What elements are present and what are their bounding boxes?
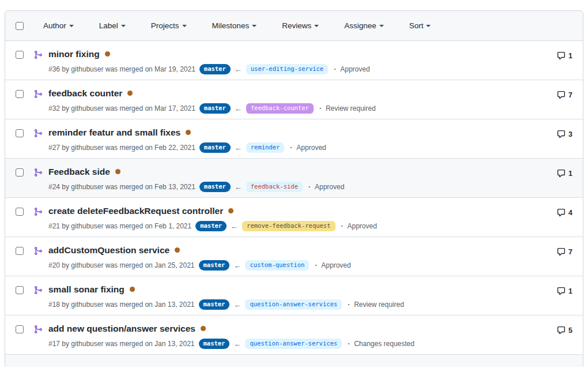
pr-row[interactable]: reminder featur and small fixes #27 by g… bbox=[5, 119, 583, 159]
git-merge-icon bbox=[33, 207, 43, 216]
comment-count[interactable]: 1 bbox=[557, 169, 572, 178]
pr-meta: #32 by githubuser was merged on Mar 17, … bbox=[48, 104, 195, 112]
pr-meta-line: #17 by githubuser was merged on Jan 13, … bbox=[48, 339, 414, 349]
pr-row[interactable]: add new question/answer services #17 by … bbox=[5, 316, 583, 355]
head-branch-badge[interactable]: custom-question bbox=[245, 260, 309, 271]
base-branch-badge[interactable]: master bbox=[199, 103, 231, 114]
git-merge-icon bbox=[33, 129, 43, 138]
label-dot[interactable] bbox=[201, 326, 206, 331]
head-branch-badge[interactable]: remove-feedback-request bbox=[242, 221, 335, 231]
pr-row[interactable]: small sonar fixing #18 by githubuser was… bbox=[5, 276, 583, 316]
head-branch-badge[interactable]: feedback-side bbox=[246, 182, 303, 192]
pr-row[interactable]: minor fixing #36 by githubuser was merge… bbox=[5, 41, 583, 80]
pr-title[interactable]: addCustomQuestion service bbox=[48, 245, 169, 256]
filter-projects-label: Projects bbox=[151, 21, 179, 30]
status-separator: · bbox=[348, 301, 350, 309]
label-dot[interactable] bbox=[130, 287, 135, 292]
status-separator: · bbox=[308, 183, 311, 191]
filter-author[interactable]: Author bbox=[43, 21, 74, 30]
filter-sort[interactable]: Sort bbox=[409, 21, 431, 30]
git-merge-icon bbox=[33, 286, 43, 295]
filter-milestones[interactable]: Milestones bbox=[212, 21, 257, 30]
review-status: Approved bbox=[296, 144, 326, 152]
base-branch-badge[interactable]: master bbox=[199, 339, 230, 349]
head-branch-badge[interactable]: user-editing-service bbox=[246, 64, 328, 74]
pr-meta-line: #27 by githubuser was merged on Feb 22, … bbox=[48, 142, 326, 153]
pr-meta-line: #18 by githubuser was merged on Jan 13, … bbox=[48, 299, 404, 310]
filter-assignee[interactable]: Assignee bbox=[344, 21, 384, 30]
pull-request-list: Author Label Projects Milestones Reviews… bbox=[5, 10, 583, 367]
filter-projects[interactable]: Projects bbox=[151, 21, 187, 30]
merge-arrow-icon: ← bbox=[235, 183, 242, 191]
pr-row[interactable]: Feedback side #24 by githubuser was merg… bbox=[5, 159, 583, 198]
pr-row[interactable]: create deleteFeedbackRequest controller … bbox=[5, 198, 583, 237]
pr-title[interactable]: create deleteFeedbackRequest controller bbox=[48, 205, 223, 216]
comment-count[interactable]: 3 bbox=[557, 130, 572, 138]
chevron-down-icon bbox=[69, 25, 74, 27]
comment-count[interactable]: 7 bbox=[557, 91, 572, 99]
filter-reviews[interactable]: Reviews bbox=[282, 21, 319, 30]
label-dot[interactable] bbox=[127, 91, 133, 96]
row-checkbox[interactable] bbox=[16, 286, 24, 294]
git-merge-icon bbox=[33, 50, 43, 59]
filter-sort-label: Sort bbox=[409, 21, 424, 30]
filter-label[interactable]: Label bbox=[99, 21, 126, 30]
base-branch-badge[interactable]: master bbox=[195, 221, 227, 231]
filter-label-label: Label bbox=[99, 21, 118, 30]
base-branch-badge[interactable]: master bbox=[199, 142, 231, 153]
comment-count-value: 1 bbox=[568, 287, 572, 295]
base-branch-badge[interactable]: master bbox=[199, 299, 230, 310]
pr-title[interactable]: feedback counter bbox=[48, 88, 122, 99]
pr-title[interactable]: add new question/answer services bbox=[48, 323, 195, 334]
partial-next-row bbox=[5, 355, 583, 367]
label-dot[interactable] bbox=[105, 51, 110, 57]
base-branch-badge[interactable]: master bbox=[199, 64, 231, 74]
row-checkbox[interactable] bbox=[16, 208, 24, 216]
head-branch-badge[interactable]: question-answer-services bbox=[245, 299, 342, 310]
row-checkbox[interactable] bbox=[16, 325, 24, 333]
review-status: Review required bbox=[326, 104, 376, 112]
select-all-checkbox[interactable] bbox=[16, 22, 24, 30]
review-status: Approved bbox=[340, 65, 370, 73]
comment-count-value: 7 bbox=[568, 91, 572, 99]
pr-row[interactable]: feedback counter #32 by githubuser was m… bbox=[5, 80, 583, 119]
base-branch-badge[interactable]: master bbox=[199, 182, 231, 192]
head-branch-badge[interactable]: question-answer-services bbox=[245, 339, 342, 349]
row-checkbox[interactable] bbox=[16, 168, 24, 177]
row-checkbox[interactable] bbox=[16, 90, 24, 98]
pr-row[interactable]: addCustomQuestion service #20 by githubu… bbox=[5, 237, 583, 276]
git-merge-icon bbox=[33, 325, 43, 334]
git-merge-icon bbox=[33, 89, 43, 99]
pr-meta-line: #21 by githubuser was merged on Feb 1, 2… bbox=[48, 221, 377, 231]
comment-count[interactable]: 1 bbox=[557, 287, 572, 295]
comment-count-value: 4 bbox=[568, 209, 572, 217]
label-dot[interactable] bbox=[115, 169, 120, 174]
row-checkbox[interactable] bbox=[16, 247, 24, 255]
review-status: Approved bbox=[348, 222, 377, 230]
pr-meta-line: #24 by githubuser was merged on Feb 13, … bbox=[48, 182, 344, 192]
pr-title[interactable]: Feedback side bbox=[48, 166, 110, 177]
label-dot[interactable] bbox=[186, 130, 191, 135]
pr-title[interactable]: minor fixing bbox=[48, 48, 100, 59]
label-dot[interactable] bbox=[175, 247, 180, 253]
pr-meta: #18 by githubuser was merged on Jan 13, … bbox=[48, 301, 195, 309]
pr-title[interactable]: small sonar fixing bbox=[48, 284, 125, 295]
comment-count-value: 7 bbox=[568, 248, 572, 256]
row-checkbox[interactable] bbox=[16, 51, 24, 59]
pr-meta: #36 by githubuser was merged on Mar 19, … bbox=[48, 65, 195, 73]
comment-count[interactable]: 1 bbox=[557, 51, 572, 60]
head-branch-badge[interactable]: feedback-counter bbox=[246, 103, 314, 114]
pr-title[interactable]: reminder featur and small fixes bbox=[48, 127, 180, 138]
row-checkbox[interactable] bbox=[16, 129, 24, 137]
comment-count[interactable]: 5 bbox=[557, 326, 572, 335]
base-branch-badge[interactable]: master bbox=[199, 260, 230, 271]
comment-count[interactable]: 7 bbox=[557, 247, 572, 256]
status-separator: · bbox=[341, 222, 344, 230]
pr-row-main: minor fixing #36 by githubuser was merge… bbox=[48, 48, 370, 74]
merge-arrow-icon: ← bbox=[233, 261, 241, 270]
comment-count[interactable]: 4 bbox=[557, 208, 572, 217]
chevron-down-icon bbox=[182, 25, 187, 27]
label-dot[interactable] bbox=[228, 208, 233, 213]
chevron-down-icon bbox=[379, 25, 384, 27]
head-branch-badge[interactable]: reminder bbox=[246, 142, 285, 153]
